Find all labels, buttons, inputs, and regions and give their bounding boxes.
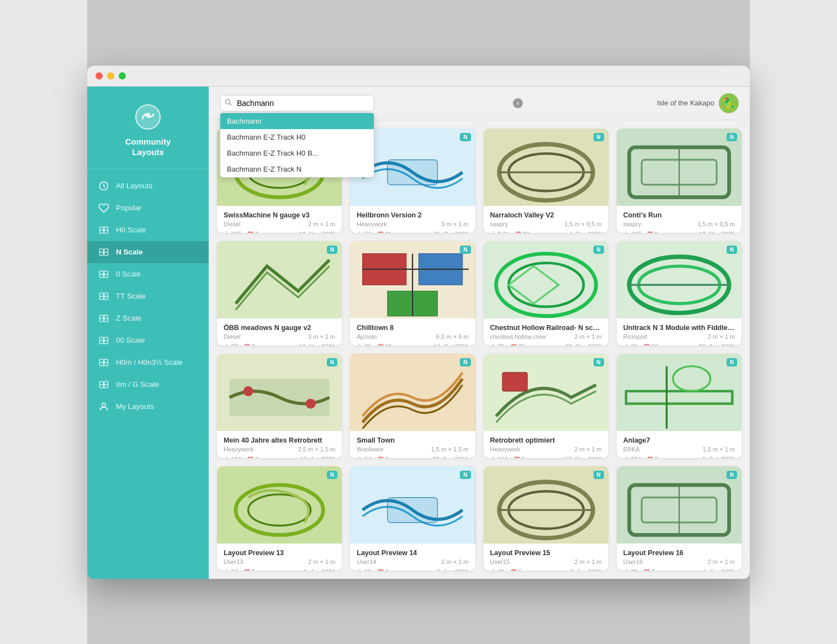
likes-icon [511,343,517,345]
card-author: chestnut.hollow.crew [490,333,547,340]
likes-icon [378,231,384,233]
download-icon [224,568,230,571]
layout-card[interactable]: N Chilltown 8 Ajcooln 6,5 m × 6 m 36 19 … [350,241,475,345]
download-icon [490,568,496,571]
layout-card[interactable]: N Layout Preview 16 User16 2 m × 1 m 80 … [617,466,741,571]
sidebar-item-h0m-scale[interactable]: H0m / H0n3½ Scale [87,352,209,374]
layout-card[interactable]: N Layout Preview 15 User15 2 m × 1 m 70 … [484,466,608,571]
layout-card[interactable]: N Layout Preview 13 User13 2 m × 1 m 50 … [217,466,342,571]
card-stats: 136 1 16. Jun 2021 [224,456,335,458]
card-dimensions: 1,5 m × 0,5 m [564,221,602,227]
card-scale-badge: N [327,471,337,479]
layout-card[interactable]: N Layout Preview 14 User14 2 m × 1 m 60 … [350,466,475,571]
card-dimensions: 2 m × 1 m [708,333,735,340]
card-dimensions: 2 m × 1 m [575,333,602,340]
search-icon [224,98,232,108]
card-title: ÖBB meadows N gauge v2 [224,324,335,332]
card-date: 10. Nov 2021 [299,343,335,345]
card-meta: Heavywork 2,5 m × 1,5 m [224,446,335,453]
card-meta: Ricinport 2 m × 1 m [623,333,735,340]
card-scale-badge: N [327,246,337,254]
card-meta: Diesel 2 m × 1 m [224,221,335,227]
svg-rect-70 [484,354,608,431]
card-downloads: 70 25 [490,343,526,345]
layout-card[interactable]: N Unitrack N 3 Module with Fiddle Yard V… [617,241,741,345]
card-downloads: 204 2 [623,456,658,458]
sidebar: Community Layouts All Layouts [87,87,209,579]
sidebar-item-popular[interactable]: Popular [87,197,209,219]
likes-icon [247,231,253,233]
card-stats: 36 19 19. Oct 2021 [357,343,468,345]
sidebar-item-h0-scale[interactable]: H0 Scale [87,219,209,241]
layout-card[interactable]: N Small Town Woolware 1,5 m × 1,5 m 84 3… [350,354,475,458]
svg-rect-84 [484,466,608,544]
h0m-scale-icon [98,357,109,368]
card-scale-badge: N [327,358,337,366]
layout-card[interactable]: N Narraloch Valley V2 saspry 1,5 m × 0,5… [484,129,608,233]
layout-card[interactable]: N Anlage7 ERKA 1,5 m × 1 m 204 2 5. Feb … [617,354,741,458]
download-icon [224,231,230,233]
sidebar-item-n-scale[interactable]: N Scale [87,241,209,263]
sidebar-item-00-scale[interactable]: 00 Scale [87,329,209,352]
card-grid: N SwissMachine N gauge v3 Diesel 2 m × 1… [209,120,750,579]
card-title: Layout Preview 16 [623,549,735,557]
card-date: 4. Jan 2021 [703,568,735,571]
card-thumbnail: N [350,466,475,544]
search-clear-button[interactable]: × [513,98,523,108]
download-icon [224,456,230,458]
card-body: Layout Preview 14 User14 2 m × 1 m 60 4 … [350,544,475,571]
card-author: ERKA [623,446,640,453]
card-stats: 204 2 5. Feb 2021 [623,456,735,458]
sidebar-item-label: All Layouts [116,182,152,190]
likes-icon [647,456,653,458]
card-date: 4. Sep 2019 [569,231,601,233]
sidebar-item-z-scale[interactable]: Z Scale [87,307,209,329]
card-title: Chestnut Hollow Railroad- N scale [490,324,602,332]
layout-card[interactable]: N Conti's Run saspry 1,5 m × 0,5 m 445 8… [617,129,741,233]
sidebar-item-label: IIm / G Scale [116,380,159,388]
svg-rect-82 [388,497,438,522]
search-input[interactable] [220,95,374,111]
card-title: Mein 40 Jahre altes Retrobrett [224,437,335,444]
sidebar-item-tt-scale[interactable]: TT Scale [87,285,209,307]
likes-icon [247,456,253,458]
minimize-button[interactable] [107,72,114,79]
sidebar-title: Community Layouts [125,136,171,158]
sidebar-item-all-layouts[interactable]: All Layouts [87,175,209,197]
iim-scale-icon [98,379,109,390]
svg-point-65 [243,386,253,396]
card-body: Layout Preview 13 User13 2 m × 1 m 50 5 … [217,544,342,571]
card-author: User14 [357,558,376,565]
card-date: 21. Oct 2021 [434,231,469,233]
likes-icon [647,231,653,233]
card-downloads: 66 21 [357,231,392,233]
z-scale-icon [98,313,109,324]
user-avatar[interactable]: 🦜 [719,93,739,113]
svg-point-28 [225,99,230,104]
search-suggestion-ez-h0b[interactable]: Bachmann E-Z Track H0 B... [220,145,374,161]
card-stats: 84 3 23. Aug 2021 [357,456,468,458]
layout-card[interactable]: N Chestnut Hollow Railroad- N scale ches… [484,241,608,345]
card-body: ÖBB meadows N gauge v2 Diesel 3 m × 1 m … [217,318,342,345]
card-thumbnail: N [484,241,608,318]
search-suggestion-bachmann[interactable]: Bachmann [220,113,374,129]
maximize-button[interactable] [119,72,126,79]
card-thumbnail: N [484,354,608,431]
sidebar-item-my-layouts[interactable]: My Layouts [87,396,209,418]
search-suggestion-ez-h0[interactable]: Bachmann E-Z Track H0 [220,129,374,145]
card-author: Ricinport [623,333,647,340]
layout-card[interactable]: N ÖBB meadows N gauge v2 Diesel 3 m × 1 … [217,241,342,345]
close-button[interactable] [96,72,103,79]
card-title: Layout Preview 13 [224,549,335,557]
card-author: User13 [224,558,243,565]
layout-card[interactable]: N Mein 40 Jahre altes Retrobrett Heavywo… [217,354,342,458]
card-body: Anlage7 ERKA 1,5 m × 1 m 204 2 5. Feb 20… [617,431,741,458]
sidebar-item-0-scale[interactable]: 0 Scale [87,263,209,285]
sidebar-item-iim-scale[interactable]: IIm / G Scale [87,374,209,396]
layout-card[interactable]: N Retrobrett optimiert Heavywork 2 m × 1… [484,354,608,458]
card-author: Woolware [357,446,384,453]
search-suggestion-ez-n[interactable]: Bachmann E-Z Track N [220,161,374,177]
card-thumbnail: N [217,354,342,431]
card-author: User15 [490,558,510,565]
card-downloads: 165 2 [224,231,258,233]
